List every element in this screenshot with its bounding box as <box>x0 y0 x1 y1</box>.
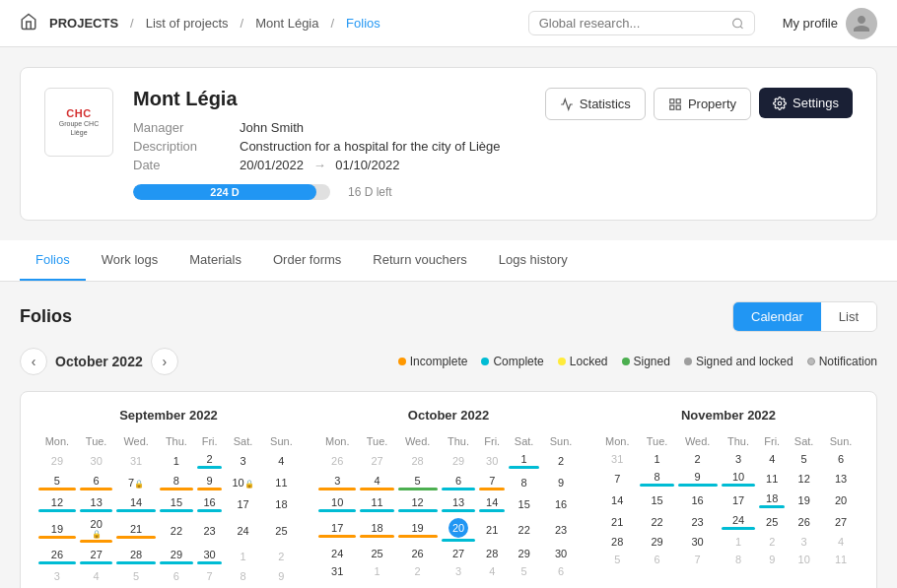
list-item[interactable]: 5 <box>114 567 157 585</box>
list-item[interactable]: 31 <box>596 450 638 468</box>
statistics-button[interactable]: Statistics <box>545 88 646 120</box>
list-item[interactable]: 1 <box>507 450 541 472</box>
tab-returnvouchers[interactable]: Return vouchers <box>357 240 482 281</box>
avatar[interactable] <box>846 8 877 39</box>
list-item[interactable]: 18 <box>757 490 787 511</box>
list-item[interactable]: 10🔒 <box>224 472 262 493</box>
list-item[interactable]: 26 <box>396 545 440 562</box>
list-item[interactable]: 26 <box>787 511 821 533</box>
list-item[interactable]: 8 <box>720 551 758 568</box>
list-item[interactable]: 30 <box>541 545 581 562</box>
list-item[interactable]: 19 <box>787 490 821 511</box>
list-item[interactable]: 9 <box>262 567 301 585</box>
list-item[interactable]: 3 <box>36 567 78 585</box>
list-item[interactable]: 24 <box>316 545 358 562</box>
list-item[interactable]: 14 <box>114 493 157 515</box>
list-item[interactable]: 10 <box>787 551 821 568</box>
list-item[interactable]: 26 <box>316 450 358 472</box>
list-item[interactable]: 26 <box>36 546 78 567</box>
list-item[interactable]: 6 <box>158 567 195 585</box>
list-item[interactable]: 16 <box>676 490 720 511</box>
list-item[interactable]: 4 <box>78 567 115 585</box>
list-item[interactable]: 18 <box>262 493 301 515</box>
list-item[interactable]: 21 <box>114 515 157 546</box>
tab-orderforms[interactable]: Order forms <box>257 240 357 281</box>
list-item[interactable]: 3 <box>720 450 758 468</box>
list-item[interactable]: 3 <box>224 450 262 472</box>
list-item[interactable]: 1 <box>158 450 195 472</box>
list-item[interactable]: 28 <box>477 545 507 562</box>
list-item[interactable]: 30 <box>477 450 507 472</box>
list-item[interactable]: 23 <box>541 515 581 545</box>
list-item[interactable]: 17 <box>720 490 758 511</box>
list-item[interactable]: 29 <box>507 545 541 562</box>
list-item[interactable]: 7 <box>676 551 720 568</box>
list-item[interactable]: 5 <box>507 562 541 580</box>
tab-folios[interactable]: Folios <box>20 240 86 281</box>
list-item[interactable]: 30 <box>195 546 224 567</box>
list-item[interactable]: 6 <box>78 472 115 493</box>
list-item[interactable]: 5 <box>396 472 440 493</box>
list-item[interactable]: 25 <box>757 511 787 533</box>
list-item[interactable]: 1 <box>720 533 758 551</box>
list-item[interactable]: 2 <box>195 450 224 472</box>
list-item[interactable]: 25 <box>358 545 395 562</box>
list-item[interactable]: 24 <box>224 515 262 546</box>
list-item[interactable]: 7 <box>477 472 507 493</box>
list-item[interactable]: 4 <box>757 450 787 468</box>
list-item[interactable]: 7 <box>195 567 224 585</box>
list-item[interactable]: 5 <box>36 472 78 493</box>
list-item[interactable]: 20🔒 <box>78 515 115 546</box>
list-item[interactable]: 28 <box>396 450 440 472</box>
list-item[interactable]: 8 <box>638 468 675 490</box>
list-item[interactable]: 8 <box>158 472 195 493</box>
list-item[interactable]: 19 <box>396 515 440 545</box>
list-item[interactable]: 10 <box>720 468 758 490</box>
list-item[interactable]: 7🔒 <box>114 472 157 493</box>
prev-month-button[interactable]: ‹ <box>20 348 47 375</box>
list-item[interactable]: 27 <box>821 511 861 533</box>
list-item[interactable]: 20 <box>821 490 861 511</box>
list-item[interactable]: 31 <box>316 562 358 580</box>
list-item[interactable]: 5 <box>787 450 821 468</box>
list-item[interactable]: 3 <box>316 472 358 493</box>
list-item[interactable]: 28 <box>596 533 638 551</box>
list-item[interactable]: 15 <box>507 493 541 515</box>
list-item[interactable]: 14 <box>596 490 638 511</box>
list-item[interactable]: 21 <box>477 515 507 545</box>
list-item[interactable]: 13 <box>440 493 478 515</box>
list-item[interactable]: 1 <box>358 562 395 580</box>
list-item[interactable]: 2 <box>396 562 440 580</box>
list-item[interactable]: 19 <box>36 515 78 546</box>
list-item[interactable]: 4 <box>262 450 301 472</box>
settings-button[interactable]: Settings <box>759 88 853 118</box>
list-item[interactable]: 15 <box>158 493 195 515</box>
list-item[interactable]: 17 <box>224 493 262 515</box>
tab-materials[interactable]: Materials <box>173 240 257 281</box>
list-item[interactable]: 23 <box>195 515 224 546</box>
list-item[interactable]: 27 <box>358 450 395 472</box>
list-item[interactable]: 4 <box>477 562 507 580</box>
list-item[interactable]: 15 <box>638 490 675 511</box>
list-item[interactable]: 5 <box>596 551 638 568</box>
list-item[interactable]: 11 <box>262 472 301 493</box>
list-item[interactable]: 6 <box>541 562 581 580</box>
list-item[interactable]: 22 <box>638 511 675 533</box>
list-item[interactable]: 29 <box>158 546 195 567</box>
list-item[interactable]: 13 <box>821 468 861 490</box>
list-item[interactable]: 13 <box>78 493 115 515</box>
list-item[interactable]: 3 <box>787 533 821 551</box>
tab-logshistory[interactable]: Logs history <box>483 240 584 281</box>
tab-worklogs[interactable]: Work logs <box>86 240 174 281</box>
next-month-button[interactable]: › <box>151 348 178 375</box>
list-item[interactable]: 11 <box>757 468 787 490</box>
list-item[interactable]: 16 <box>195 493 224 515</box>
list-item[interactable]: 20 <box>440 515 478 545</box>
list-item[interactable]: 31 <box>114 450 157 472</box>
list-item[interactable]: 28 <box>114 546 157 567</box>
calendar-view-button[interactable]: Calendar <box>733 302 821 331</box>
list-item[interactable]: 29 <box>36 450 78 472</box>
list-item[interactable]: 10 <box>316 493 358 515</box>
list-item[interactable]: 23 <box>676 511 720 533</box>
list-item[interactable]: 27 <box>440 545 478 562</box>
